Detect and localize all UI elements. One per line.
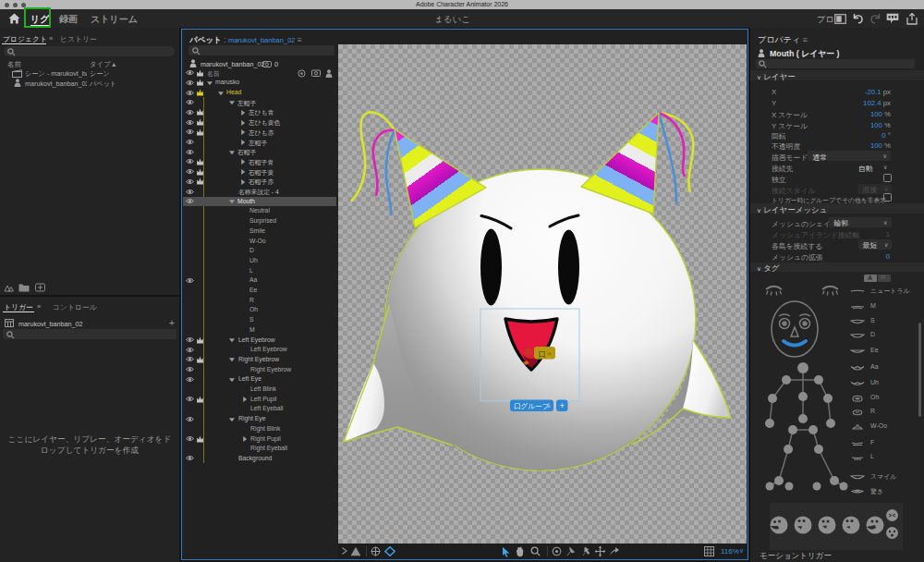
svg-text:×: × [548,349,552,358]
svg-text:口グループ: 口グループ [514,402,550,410]
svg-text:口: 口 [539,349,547,359]
svg-text:+: + [560,400,565,410]
svg-text:×: × [547,403,551,409]
